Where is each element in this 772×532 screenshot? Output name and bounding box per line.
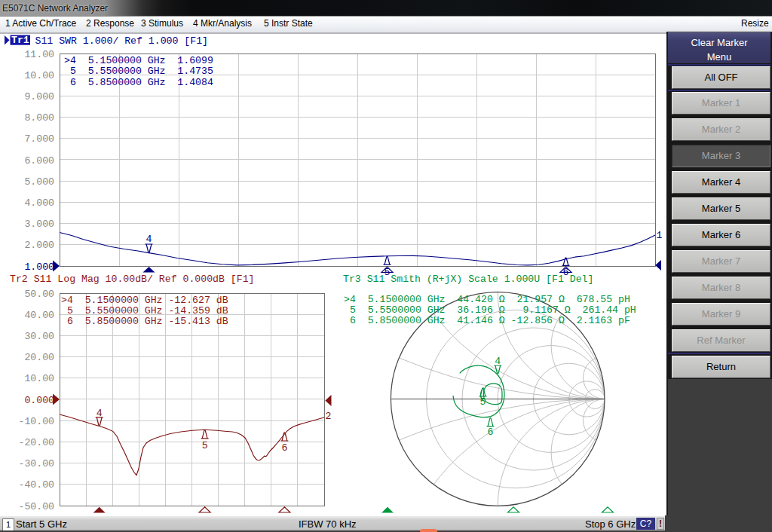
svg-text:6 5.8500000 GHz -15.413 dB: 6 5.8500000 GHz -15.413 dB (61, 316, 228, 327)
svg-text:8.000: 8.000 (24, 112, 54, 124)
svg-text:10.00: 10.00 (24, 70, 54, 81)
svg-text:5 5.5500000 GHz 1.4735: 5 5.5500000 GHz 1.4735 (64, 66, 213, 77)
svg-text:Tr2 S11 Log Mag 10.00dB/ Ref 0: Tr2 S11 Log Mag 10.00dB/ Ref 0.000dB [F1… (10, 274, 254, 285)
svg-text:11.00: 11.00 (24, 49, 54, 60)
svg-text:1.000: 1.000 (24, 261, 54, 273)
svg-text:6 5.8500000 GHz 41.146 Ω -12: 6 5.8500000 GHz 41.146 Ω -12.856 Ω 2.116… (344, 315, 630, 326)
svg-text:5 5.5500000 GHz 36.196 Ω 9: 5 5.5500000 GHz 36.196 Ω 9.1167 Ω 261.44… (344, 304, 636, 316)
svg-text:4.000: 4.000 (24, 197, 54, 209)
svg-text:Tr3 S11 Smith (R+jX) Scale 1.0: Tr3 S11 Smith (R+jX) Scale 1.000U [F1 De… (343, 274, 593, 285)
svg-text:5: 5 (480, 396, 486, 408)
svg-text:>4 5.1500000 GHz -12.627 dB: >4 5.1500000 GHz -12.627 dB (61, 295, 228, 306)
svg-text:30.00: 30.00 (24, 331, 54, 342)
svg-text:6 5.8500000 GHz 1.4084: 6 5.8500000 GHz 1.4084 (64, 77, 213, 88)
svg-text:>4 5.1500000 GHz 44.420 Ω 2: >4 5.1500000 GHz 44.420 Ω 21.957 Ω 678.5… (344, 294, 630, 305)
svg-text:40.00: 40.00 (24, 310, 54, 321)
svg-text:7.000: 7.000 (24, 133, 54, 145)
svg-text:-30.00: -30.00 (19, 458, 55, 469)
svg-text:-40.00: -40.00 (19, 479, 55, 491)
svg-text:20.00: 20.00 (24, 352, 54, 363)
svg-text:6: 6 (281, 442, 287, 454)
svg-text:4: 4 (146, 234, 152, 245)
svg-text:4: 4 (96, 408, 103, 419)
svg-text:50.00: 50.00 (24, 289, 54, 300)
svg-text:S11 SWR 1.000/ Ref 1.000 [F1]: S11 SWR 1.000/ Ref 1.000 [F1] (35, 35, 209, 47)
svg-text:-20.00: -20.00 (19, 437, 55, 448)
svg-text:5 5.5500000 GHz -14.359 dB: 5 5.5500000 GHz -14.359 dB (61, 305, 228, 316)
svg-text:5: 5 (202, 440, 208, 451)
svg-text:0.000: 0.000 (24, 395, 54, 406)
svg-text:6: 6 (488, 427, 494, 438)
svg-text:2: 2 (326, 411, 332, 422)
svg-text:4: 4 (495, 356, 501, 367)
svg-text:-50.00: -50.00 (19, 501, 55, 512)
svg-text:1: 1 (657, 230, 663, 241)
svg-text:>4 5.1500000 GHz 1.6099: >4 5.1500000 GHz 1.6099 (64, 55, 213, 66)
svg-text:9.000: 9.000 (24, 91, 54, 102)
svg-text:-10.00: -10.00 (19, 416, 55, 427)
svg-text:2.000: 2.000 (24, 240, 54, 251)
svg-text:5.000: 5.000 (24, 176, 54, 188)
svg-text:10.00: 10.00 (24, 373, 54, 384)
svg-text:Tr1: Tr1 (11, 35, 29, 46)
svg-text:3.000: 3.000 (24, 219, 54, 230)
svg-text:6.000: 6.000 (24, 155, 54, 167)
